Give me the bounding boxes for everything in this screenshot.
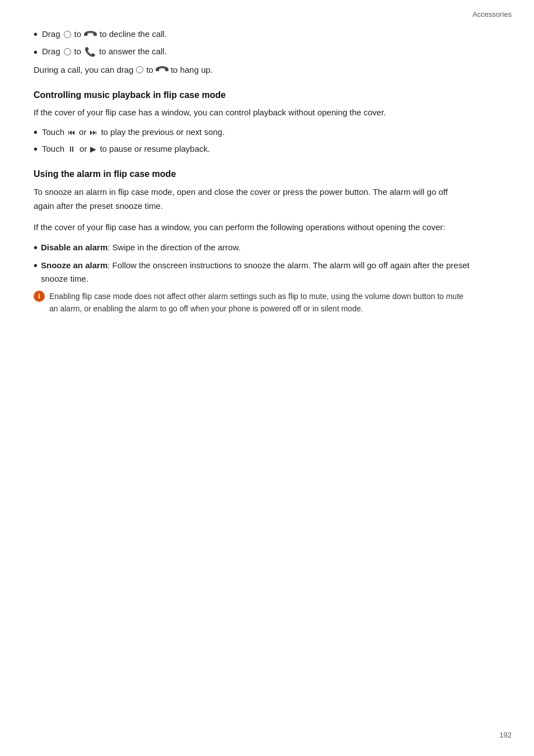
to-text-2: to	[74, 45, 82, 58]
alarm-para1: To snooze an alarm in flip case mode, op…	[34, 185, 470, 213]
during-call-to: to	[146, 63, 153, 77]
decline-text: to decline the call.	[100, 28, 167, 41]
alarm-para2: If the cover of your flip case has a win…	[34, 220, 470, 235]
music-bullet-2: • Touch ⏸ or ▶ to pause or resume playba…	[34, 143, 470, 156]
bullet-dot-4: •	[34, 143, 38, 155]
music-text-2: to pause or resume playback.	[100, 143, 210, 156]
bullet-dot-2: •	[34, 46, 38, 58]
bullet-answer: • Drag to 📞 to answer the call.	[34, 45, 470, 59]
bullet-dot-1: •	[34, 29, 38, 40]
header-label: Accessories	[472, 10, 512, 18]
main-content: • Drag to 📞 to decline the call. • Drag …	[0, 0, 504, 349]
prev-track-icon: ⏮	[68, 128, 76, 136]
to-text-1: to	[74, 28, 82, 41]
circle-icon-1	[64, 31, 71, 38]
music-bullet-1: • Touch ⏮ or ⏭ to play the previous or n…	[34, 126, 470, 139]
during-call-line: During a call, you can drag to 📞 to hang…	[34, 63, 470, 77]
next-track-icon: ⏭	[90, 128, 97, 136]
section2-heading: Using the alarm in flip case mode	[34, 169, 470, 179]
or-text-2: or	[79, 143, 87, 156]
phone-decline-icon: 📞	[83, 27, 98, 42]
play-icon: ▶	[90, 145, 96, 153]
bullet-dot-6: •	[34, 259, 38, 272]
info-text: Enabling flip case mode does not affect …	[49, 290, 470, 315]
disable-alarm-bold: Disable an alarm	[41, 242, 107, 252]
top-bullets: • Drag to 📞 to decline the call. • Drag …	[34, 28, 470, 59]
circle-icon-3	[136, 66, 143, 73]
drag-text-1: Drag	[42, 28, 60, 41]
alarm-bullet-snooze: • Snooze an alarm: Follow the onscreen i…	[34, 259, 470, 286]
music-text-1: to play the previous or next song.	[101, 126, 224, 139]
page-header: Accessories	[472, 10, 512, 18]
drag-text-2: Drag	[42, 45, 60, 58]
circle-icon-2	[64, 48, 71, 55]
info-icon: i	[34, 291, 45, 302]
bullet-dot-3: •	[34, 127, 38, 138]
pause-icon: ⏸	[68, 145, 76, 153]
or-text-1: or	[79, 126, 86, 139]
bullet-dot-5: •	[34, 241, 38, 254]
snooze-alarm-bold: Snooze an alarm	[41, 260, 107, 270]
during-call-suffix: to hang up.	[171, 63, 213, 77]
bullet-decline: • Drag to 📞 to decline the call.	[34, 28, 470, 41]
info-box: i Enabling flip case mode does not affec…	[34, 290, 470, 315]
touch-text-2: Touch	[42, 143, 64, 156]
during-call-text: During a call, you can drag	[34, 63, 133, 77]
snooze-alarm-text: Snooze an alarm: Follow the onscreen ins…	[41, 259, 470, 286]
section1-heading: Controlling music playback in flip case …	[34, 90, 470, 100]
page-number: 192	[499, 731, 512, 739]
alarm-bullet-disable: • Disable an alarm: Swipe in the directi…	[34, 241, 470, 254]
touch-text-1: Touch	[42, 126, 64, 139]
answer-text: to answer the call.	[99, 45, 167, 58]
phone-hangup-icon: 📞	[154, 62, 170, 77]
music-bullets: • Touch ⏮ or ⏭ to play the previous or n…	[34, 126, 470, 156]
disable-alarm-desc: : Swipe in the direction of the arrow.	[107, 242, 241, 252]
section1-intro: If the cover of your flip case has a win…	[34, 106, 470, 119]
phone-answer-icon: 📞	[85, 45, 96, 59]
disable-alarm-text: Disable an alarm: Swipe in the direction…	[41, 241, 241, 254]
